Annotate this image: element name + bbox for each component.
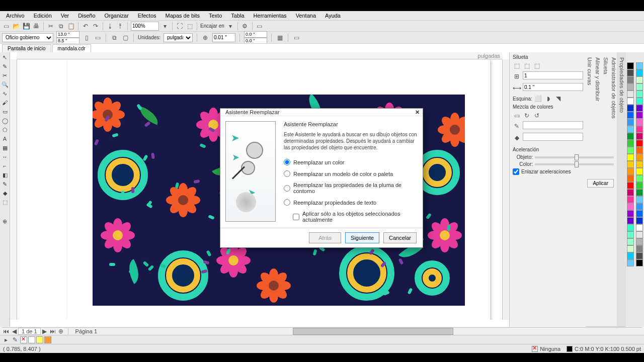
- dimension-tool-icon[interactable]: ↔: [1, 153, 9, 161]
- color-swatch[interactable]: [627, 259, 634, 266]
- tab-file[interactable]: mandala.cdr: [52, 44, 91, 52]
- page-width-input[interactable]: [56, 31, 79, 38]
- color-swatch[interactable]: [636, 147, 643, 154]
- corner-miter-icon[interactable]: ⬜: [534, 95, 542, 103]
- save-icon[interactable]: 💾: [22, 22, 30, 30]
- color-swatch[interactable]: [627, 126, 634, 133]
- currentpage-icon[interactable]: ▢: [121, 34, 129, 42]
- contour-outside-icon[interactable]: ⬚: [533, 62, 541, 70]
- color-swatch[interactable]: [636, 252, 643, 259]
- zoom-combo[interactable]: [131, 22, 159, 31]
- color-swatch[interactable]: [636, 83, 643, 90]
- eyedropper-icon[interactable]: ✎: [11, 336, 19, 344]
- fill-tool-icon[interactable]: ◆: [1, 189, 9, 197]
- first-page-icon[interactable]: ⏮: [2, 327, 10, 335]
- color-swatch[interactable]: [627, 203, 634, 210]
- accel-object-slider[interactable]: [535, 156, 614, 158]
- color-swatch[interactable]: [28, 336, 35, 343]
- docker-tab[interactable]: Administrador de objetos: [610, 52, 618, 327]
- color-swatch[interactable]: [636, 175, 643, 182]
- effects-tool-icon[interactable]: ◧: [1, 171, 9, 179]
- color-swatch[interactable]: [636, 217, 643, 224]
- menu-herramientas[interactable]: Herramientas: [250, 12, 291, 19]
- color-swatch[interactable]: [627, 252, 634, 259]
- color-swatch[interactable]: [627, 83, 634, 90]
- pagesize-combo[interactable]: Oficio gobierno: [2, 33, 53, 42]
- options-icon[interactable]: ⚙: [241, 22, 249, 30]
- orientation-portrait-icon[interactable]: ▯: [83, 34, 91, 42]
- corner-round-icon[interactable]: ◗: [544, 95, 552, 103]
- quickcustomize-icon[interactable]: ⊕: [1, 217, 9, 225]
- pick-tool-icon[interactable]: ↖: [1, 53, 9, 61]
- table-tool-icon[interactable]: ▦: [1, 144, 9, 152]
- scrollbar-vertical[interactable]: [502, 59, 509, 320]
- color-swatch[interactable]: [636, 112, 643, 119]
- color-swatch[interactable]: [627, 90, 634, 98]
- last-page-icon[interactable]: ⏭: [49, 327, 57, 335]
- color-swatch[interactable]: [636, 259, 643, 266]
- zoom-tool-icon[interactable]: 🔍: [1, 80, 9, 88]
- chevron-down-icon[interactable]: ▾: [226, 22, 234, 30]
- color-swatch[interactable]: [636, 126, 643, 133]
- contour-inside-icon[interactable]: ⬚: [513, 62, 521, 70]
- fill-color-input[interactable]: [523, 133, 583, 141]
- color-swatch[interactable]: [636, 210, 643, 217]
- color-swatch[interactable]: [636, 189, 643, 196]
- color-swatch[interactable]: [627, 217, 634, 224]
- cut-icon[interactable]: ✂: [47, 22, 55, 30]
- color-swatch[interactable]: [636, 98, 643, 105]
- back-button[interactable]: Atrás: [309, 232, 341, 243]
- accel-color-slider[interactable]: [535, 163, 614, 165]
- add-page-icon[interactable]: ⊕: [57, 327, 65, 335]
- publish-icon[interactable]: ⬚: [186, 22, 194, 30]
- color-swatch[interactable]: [636, 90, 643, 98]
- corner-bevel-icon[interactable]: ◥: [554, 95, 562, 103]
- orientation-landscape-icon[interactable]: ▭: [94, 34, 102, 42]
- paste-icon[interactable]: 📋: [67, 22, 75, 30]
- menu-ver[interactable]: Ver: [57, 12, 73, 19]
- shape-tool-icon[interactable]: ✎: [1, 62, 9, 70]
- menu-diseño[interactable]: Diseño: [74, 12, 99, 19]
- crop-tool-icon[interactable]: ✂: [1, 71, 9, 79]
- color-swatch[interactable]: [627, 238, 634, 245]
- blend-ccw-icon[interactable]: ↺: [533, 112, 541, 120]
- redo-icon[interactable]: ↷: [92, 22, 100, 30]
- options-icon[interactable]: ▭: [292, 34, 300, 42]
- next-button[interactable]: Siguiente: [345, 232, 379, 243]
- radio-replace-color[interactable]: [284, 159, 290, 165]
- color-swatch[interactable]: [627, 161, 634, 168]
- color-swatch[interactable]: [627, 182, 634, 189]
- blend-cw-icon[interactable]: ↻: [523, 112, 531, 120]
- polygon-tool-icon[interactable]: ⬠: [1, 126, 9, 134]
- no-color-swatch[interactable]: ✕: [20, 336, 27, 343]
- offset-input[interactable]: [523, 83, 583, 91]
- rectangle-tool-icon[interactable]: ▭: [1, 108, 9, 116]
- color-swatch[interactable]: [627, 231, 634, 238]
- outline-color-input[interactable]: [523, 121, 583, 129]
- copy-icon[interactable]: ⧉: [57, 22, 65, 30]
- dup-x-input[interactable]: [244, 31, 267, 38]
- units-combo[interactable]: pulgadas: [164, 33, 193, 42]
- new-icon[interactable]: ▭: [2, 22, 10, 30]
- chevron-down-icon[interactable]: ▾: [161, 22, 169, 30]
- docker-tab[interactable]: Propiedades de objeto: [618, 52, 626, 327]
- color-swatch[interactable]: [636, 231, 643, 238]
- print-icon[interactable]: 🖶: [32, 22, 40, 30]
- radio-replace-text[interactable]: [284, 199, 290, 206]
- launch-icon[interactable]: ▭: [256, 22, 264, 30]
- menu-texto[interactable]: Texto: [205, 12, 226, 19]
- color-swatch[interactable]: [627, 112, 634, 119]
- color-swatch[interactable]: [636, 224, 643, 231]
- color-swatch[interactable]: [627, 76, 634, 83]
- color-swatch[interactable]: [627, 168, 634, 175]
- color-swatch[interactable]: [636, 245, 643, 252]
- artistic-tool-icon[interactable]: 🖌: [1, 99, 9, 107]
- scrollbar-horizontal[interactable]: [106, 328, 640, 335]
- color-swatch[interactable]: [627, 196, 634, 203]
- color-swatch[interactable]: [636, 196, 643, 203]
- export-icon[interactable]: ⭱: [116, 22, 124, 30]
- color-swatch[interactable]: [627, 105, 634, 112]
- color-swatch[interactable]: [636, 76, 643, 83]
- color-swatch[interactable]: [627, 189, 634, 196]
- docker-tab[interactable]: Alinear y distribuir: [594, 52, 602, 327]
